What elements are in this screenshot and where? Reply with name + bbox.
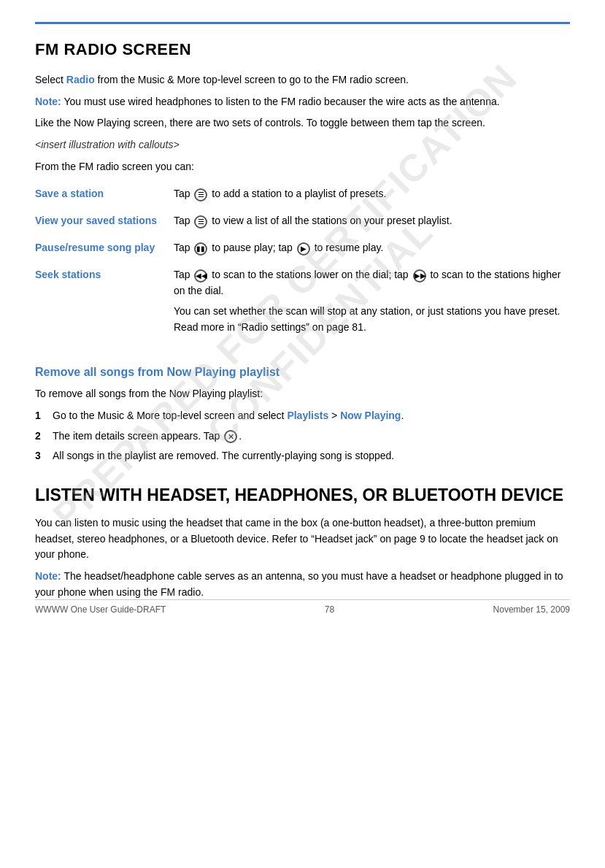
feature-pause-resume-label: Pause/resume song play	[35, 236, 174, 263]
footer-right: November 15, 2009	[493, 604, 570, 615]
feature-view-stations: View your saved stations Tap ☰ to view a…	[35, 209, 570, 236]
page: PREPARED FOR CERTIFICATION CONFIDENTIAL …	[0, 0, 605, 628]
step-1-num: 1	[35, 408, 41, 424]
feature-seek-stations-desc: Tap ◀◀ to scan to the stations lower on …	[174, 263, 570, 348]
fm-note-1: Note: You must use wired headphones to l…	[35, 94, 570, 110]
view-stations-icon: ☰	[194, 215, 207, 228]
listen-note-text: The headset/headphone cable serves as an…	[35, 570, 563, 598]
footer-left: WWWW One User Guide-DRAFT	[35, 604, 166, 615]
listen-note-label: Note:	[35, 570, 61, 582]
feature-save-station-label: Save a station	[35, 182, 174, 209]
fm-intro-1-rest: from the Music & More top-level screen t…	[95, 74, 409, 85]
top-border	[35, 22, 570, 24]
step-2-num: 2	[35, 429, 41, 445]
fm-radio-heading: FM RADIO SCREEN	[35, 40, 570, 59]
step-1-link1: Playlists	[287, 410, 328, 421]
step-1-text: Go to the Music & More top-level screen …	[53, 410, 404, 421]
listen-body-1: You can listen to music using the headse…	[35, 515, 570, 563]
fm-note-1-text: You must use wired headphones to listen …	[61, 96, 500, 107]
remove-section-heading: Remove all songs from Now Playing playli…	[35, 366, 570, 379]
remove-section: Remove all songs from Now Playing playli…	[35, 366, 570, 464]
feature-seek-stations: Seek stations Tap ◀◀ to scan to the stat…	[35, 263, 570, 348]
fm-callout: <insert illustration with callouts>	[35, 137, 570, 153]
rewind-icon: ◀◀	[194, 269, 207, 283]
step-2: 2 The item details screen appears. Tap ✕…	[35, 429, 570, 445]
pause-icon: ▮▮	[194, 242, 207, 256]
feature-pause-resume-desc: Tap ▮▮ to pause play; tap ▶ to resume pl…	[174, 236, 570, 263]
remove-intro: To remove all songs from the Now Playing…	[35, 386, 570, 402]
feature-view-stations-label: View your saved stations	[35, 209, 174, 236]
footer: WWWW One User Guide-DRAFT 78 November 15…	[35, 599, 570, 615]
x-circle-icon: ✕	[224, 430, 237, 443]
fm-intro-1-select: Select	[35, 74, 66, 85]
listen-body: You can listen to music using the headse…	[35, 515, 570, 600]
fm-intro-1: Select Radio from the Music & More top-l…	[35, 72, 570, 88]
listen-note: Note: The headset/headphone cable serves…	[35, 569, 570, 600]
feature-seek-stations-label: Seek stations	[35, 263, 174, 348]
fm-intro-3: From the FM radio screen you can:	[35, 159, 570, 175]
play-icon: ▶	[297, 242, 310, 256]
step-2-text: The item details screen appears. Tap ✕.	[53, 430, 242, 442]
listen-section: LISTEN WITH HEADSET, HEADPHONES, OR BLUE…	[35, 485, 570, 600]
step-1-link2: Now Playing	[340, 410, 401, 421]
feature-save-station: Save a station Tap ☰ to add a station to…	[35, 182, 570, 209]
feature-pause-resume: Pause/resume song play Tap ▮▮ to pause p…	[35, 236, 570, 263]
feature-view-stations-desc: Tap ☰ to view a list of all the stations…	[174, 209, 570, 236]
listen-heading: LISTEN WITH HEADSET, HEADPHONES, OR BLUE…	[35, 485, 570, 507]
feature-save-station-desc: Tap ☰ to add a station to a playlist of …	[174, 182, 570, 209]
features-table: Save a station Tap ☰ to add a station to…	[35, 182, 570, 348]
add-station-icon: ☰	[194, 188, 207, 201]
step-3-num: 3	[35, 448, 41, 464]
step-1: 1 Go to the Music & More top-level scree…	[35, 408, 570, 424]
remove-steps: 1 Go to the Music & More top-level scree…	[35, 408, 570, 464]
fm-intro-1-link: Radio	[66, 74, 95, 85]
step-3: 3 All songs in the playlist are removed.…	[35, 448, 570, 464]
step-3-text: All songs in the playlist are removed. T…	[53, 450, 394, 461]
footer-center: 78	[325, 604, 334, 615]
fm-note-1-label: Note:	[35, 96, 61, 107]
fm-intro-2: Like the Now Playing screen, there are t…	[35, 115, 570, 131]
forward-icon: ▶▶	[413, 269, 426, 283]
